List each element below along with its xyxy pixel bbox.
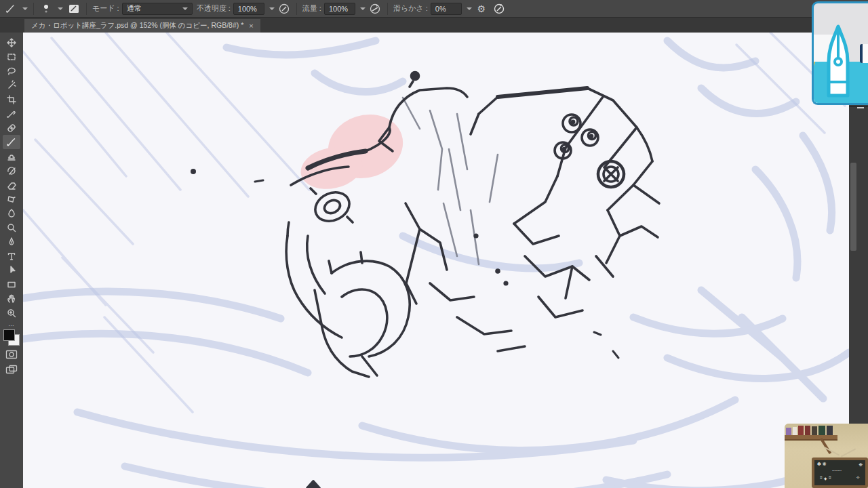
- chevron-down-icon[interactable]: [269, 7, 275, 10]
- chevron-down-icon[interactable]: [360, 7, 366, 10]
- quick-mask-icon[interactable]: [5, 350, 18, 359]
- smoothing-options-gear-icon[interactable]: ⚙: [475, 2, 488, 16]
- wooden-shelf: [785, 435, 837, 441]
- pen-nib-icon: [823, 22, 853, 105]
- tool-clone-stamp[interactable]: [3, 149, 20, 163]
- color-swatches[interactable]: [3, 329, 20, 346]
- tool-brush[interactable]: [3, 135, 20, 149]
- flow-value: 100%: [329, 5, 351, 13]
- photoshop-window: モード : 通常 不透明度 : 100% 流量 : 100%: [0, 0, 868, 488]
- tool-pen[interactable]: [3, 235, 20, 249]
- toolbar-overflow[interactable]: …: [8, 321, 15, 327]
- document-tab[interactable]: メカ・ロボット講座_ラフ.psd @ 152% (胴体 のコピー, RGB/8#…: [24, 19, 260, 33]
- stream-logo-overlay: [812, 1, 868, 105]
- pressure-size-icon[interactable]: [492, 2, 506, 16]
- airbrush-icon[interactable]: [368, 2, 382, 16]
- document-tab-bar: メカ・ロボット講座_ラフ.psd @ 152% (胴体 のコピー, RGB/8#…: [0, 18, 868, 33]
- pressure-opacity-icon[interactable]: [277, 2, 291, 16]
- tool-hand[interactable]: [3, 291, 20, 306]
- flow-label: 流量 :: [302, 3, 321, 14]
- mecha-sketch: [23, 33, 849, 488]
- foreground-color-swatch[interactable]: [3, 329, 15, 341]
- tool-marquee[interactable]: [3, 49, 20, 64]
- blend-mode-value: 通常: [127, 3, 180, 14]
- smoothing-input[interactable]: 0%: [431, 3, 462, 15]
- flow-input[interactable]: 100%: [324, 3, 355, 15]
- brush-preset-picker[interactable]: [39, 2, 63, 16]
- chevron-down-icon: [58, 7, 63, 10]
- close-tab-icon[interactable]: ×: [249, 22, 253, 30]
- tool-quick-select[interactable]: [3, 78, 20, 92]
- canvas-viewport[interactable]: [23, 33, 849, 488]
- opacity-input[interactable]: 100%: [233, 3, 264, 15]
- tool-path-select[interactable]: [3, 263, 20, 277]
- webcam-overlay: ❧ ✽ ❋ ❉ ᠁᠁ ꙳ ✦ ꙳ ✧: [785, 424, 868, 488]
- brush-tip-icon: [39, 2, 53, 16]
- vertical-scrollbar[interactable]: [850, 163, 856, 251]
- chevron-down-icon: [22, 7, 28, 10]
- options-bar: モード : 通常 不透明度 : 100% 流量 : 100%: [0, 0, 868, 18]
- collapse-panel-icon[interactable]: [857, 107, 864, 108]
- blend-mode-select[interactable]: 通常: [122, 3, 193, 15]
- opacity-value: 100%: [238, 5, 260, 13]
- tools-panel: …: [0, 33, 23, 488]
- tool-history-brush[interactable]: [3, 163, 20, 178]
- chevron-down-icon[interactable]: [467, 7, 472, 10]
- tool-crop[interactable]: [3, 92, 20, 106]
- logo-card: [860, 44, 868, 63]
- chevron-down-icon: [182, 7, 188, 10]
- tool-dodge[interactable]: [3, 220, 20, 235]
- mode-label: モード :: [92, 3, 119, 14]
- tool-eraser[interactable]: [3, 178, 20, 192]
- screen-mode-icon[interactable]: [5, 365, 18, 374]
- tool-gradient[interactable]: [3, 192, 20, 206]
- smoothing-label: 滑らかさ :: [393, 3, 428, 14]
- tool-preset-picker[interactable]: [4, 2, 28, 16]
- document-title: メカ・ロボット講座_ラフ.psd @ 152% (胴体 のコピー, RGB/8#…: [31, 21, 243, 30]
- opacity-label: 不透明度 :: [197, 3, 231, 14]
- tool-move[interactable]: [3, 35, 20, 49]
- tool-zoom[interactable]: [3, 306, 20, 320]
- chalkboard: ✽ ❋ ❉ ᠁᠁ ꙳ ✦ ꙳ ✧: [812, 458, 868, 488]
- toggle-brush-settings-icon[interactable]: [67, 2, 81, 16]
- tool-spot-healing[interactable]: [3, 121, 20, 135]
- tool-smudge[interactable]: [3, 206, 20, 220]
- tool-eyedropper[interactable]: [3, 106, 20, 121]
- tool-lasso[interactable]: [3, 64, 20, 78]
- smoothing-value: 0%: [435, 5, 457, 13]
- brush-tool-icon: [4, 2, 18, 16]
- tool-type[interactable]: [3, 249, 20, 263]
- shelf-items: [786, 425, 833, 436]
- tool-shape[interactable]: [3, 277, 20, 291]
